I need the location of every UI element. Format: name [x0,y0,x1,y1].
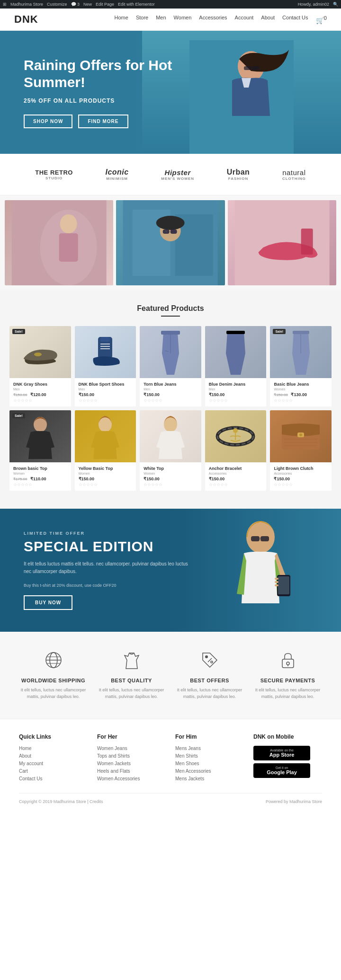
product-card-clutch[interactable]: Light Brown Clutch Accessories ₹150.00 ☆… [270,410,332,491]
product-info-torn-jeans: Torn Blue Jeans Men ₹150.00 ☆☆☆☆☆ [140,378,201,406]
footer-link-cart[interactable]: Cart [19,768,88,774]
tag-svg [200,651,219,670]
nav-men[interactable]: Men [156,15,166,24]
footer-link-account[interactable]: My account [19,761,88,766]
product-stars: ☆☆☆☆☆ [209,482,263,487]
product-name: Blue Denim Jeans [209,382,263,387]
admin-bar-customize[interactable]: Customize [47,2,67,7]
powered-by-text: Powered by Madhurima Store [266,799,322,804]
svg-point-12 [156,216,185,230]
footer-link-women-jeans[interactable]: Women Jeans [97,746,166,751]
lock-icon [278,651,297,673]
product-price: ₹175.00 ₹110.00 [13,477,67,481]
product-info-bracelet: Anchor Bracelet Accessories ₹150.00 ☆☆☆☆… [205,462,267,491]
buy-now-button[interactable]: BUY NOW [24,595,72,610]
yellow-top-svg [86,414,124,459]
cart-icon[interactable]: 🛒0 [316,15,327,24]
site-logo[interactable]: DNK [14,13,38,26]
footer-link-men-shoes[interactable]: Men Shoes [175,761,244,766]
footer-link-contact[interactable]: Contact Us [19,776,88,781]
section-divider [161,316,180,317]
footer-link-men-shirts[interactable]: Men Shirts [175,753,244,759]
product-card-white-top[interactable]: White Top Women ₹150.00 ☆☆☆☆☆ [140,410,201,491]
brown-top-svg [21,414,59,459]
current-price: ₹130.00 [291,392,307,397]
footer-link-mens-jeans[interactable]: Mens Jeans [175,746,244,751]
footer-link-home[interactable]: Home [19,746,88,751]
feature-offers: BEST OFFERS It elit tellus, luctus nec u… [174,651,245,700]
footer-link-about[interactable]: About [19,753,88,759]
feature-payments: SECURE PAYMENTS It elit tellus, luctus n… [252,651,323,700]
promo-card-suit: LET'S LOREMSUIT UP! Lorem ipsum dolor si… [228,200,336,285]
products-row-2: Sale! Brown basic Top Women [9,410,332,491]
nav-home[interactable]: Home [115,15,128,24]
google-play-badge[interactable]: Get it on Google Play [253,763,310,778]
svg-rect-14 [170,230,177,234]
product-stars: ☆☆☆☆☆ [274,482,328,487]
quality-icon [122,651,141,673]
svg-rect-7 [59,233,78,262]
special-person-svg [185,509,317,632]
footer-link-women-jackets[interactable]: Women Jackets [97,761,166,766]
admin-bar-new[interactable]: New [83,2,92,7]
admin-bar-user[interactable]: Howdy, admin02 [298,2,329,7]
product-name: Brown basic Top [13,466,67,471]
product-category: Men [144,388,197,391]
promo-card-tanktops: 20% OFF ONTANK TOPS Lorem ipsum dolor si… [5,200,113,285]
nav-contact[interactable]: Contact Us [282,15,308,24]
app-store-badge[interactable]: Available on the App Store [253,746,310,760]
product-card-blue-denim[interactable]: Blue Denim Jeans Men ₹150.00 ☆☆☆☆☆ [205,326,267,406]
nav-women[interactable]: Women [174,15,192,24]
hero-title: Raining Offers for Hot Summer! [24,57,175,91]
product-price: ₹150.00 ₹130.00 [274,392,328,397]
search-icon[interactable]: 🔍 [333,2,338,7]
nav-accessories[interactable]: Accessories [199,15,227,24]
product-card-yellow-top[interactable]: Yellow Basic Top Women ₹150.00 ☆☆☆☆☆ [75,410,136,491]
svg-point-45 [246,521,275,553]
product-name: Anchor Bracelet [209,466,263,471]
footer-link-tops-shirts[interactable]: Tops and Shirts [97,753,166,759]
footer-link-heels[interactable]: Heels and Flats [97,768,166,774]
svg-rect-3 [252,66,259,70]
special-edition-section: LIMITED TIME OFFER SPECIAL EDITION It el… [0,509,341,632]
feature-title: SECURE PAYMENTS [260,678,315,683]
find-more-button[interactable]: FINd More [78,115,128,128]
product-card-brown-top[interactable]: Sale! Brown basic Top Women [9,410,71,491]
promo-section: 20% OFF ONTANK TOPS Lorem ipsum dolor si… [0,195,341,290]
nav-account[interactable]: Account [235,15,254,24]
product-card-basic-jeans[interactable]: Sale! Basic Blue Jeans Women ₹150.00 ₹13… [270,326,332,406]
current-price: ₹120.00 [30,392,46,397]
product-card-blue-sport-shoes[interactable]: DNK Blue Sport Shoes Men ₹150.00 ☆☆☆☆☆ [75,326,136,406]
promo-bg-1 [5,200,113,285]
product-category: Women [79,472,133,475]
product-stars: ☆☆☆☆☆ [209,398,263,403]
admin-bar-comments[interactable]: 💬 3 [71,2,80,7]
product-category: Women [13,472,67,475]
admin-bar-edit-page[interactable]: Edit Page [96,2,114,7]
nav-about[interactable]: About [261,15,275,24]
svg-point-56 [205,655,208,658]
product-category: Women [144,472,197,475]
product-card-gray-shoes[interactable]: Sale! DNK Gray Shoes Men ₹150.00 ₹120.00… [9,326,71,406]
svg-rect-2 [244,66,251,70]
footer-link-men-acc[interactable]: Men Accessories [175,768,244,774]
white-top-svg [152,414,189,459]
footer-link-mens-jackets[interactable]: Mens Jackets [175,776,244,781]
svg-rect-15 [166,231,167,232]
brand-urban: Urban FASHION [227,168,250,181]
product-name: Yellow Basic Top [79,466,133,471]
features-section: WORLDWIDE SHIPPING It elit tellus, luctu… [0,632,341,719]
hero-person-svg [189,40,294,154]
hero-section: Raining Offers for Hot Summer! 25% OFF O… [0,31,341,154]
footer-link-women-acc[interactable]: Women Accessories [97,776,166,781]
svg-point-60 [287,662,289,665]
product-card-bracelet[interactable]: Anchor Bracelet Accessories ₹150.00 ☆☆☆☆… [205,410,267,491]
admin-bar-site[interactable]: Madhurima Store [10,2,43,7]
product-name: Torn Blue Jeans [144,382,197,387]
product-card-torn-jeans[interactable]: Torn Blue Jeans Men ₹150.00 ☆☆☆☆☆ [140,326,201,406]
nav-store[interactable]: Store [136,15,148,24]
product-image-clutch [270,410,332,462]
product-price: ₹150.00 [79,392,133,397]
admin-bar-elementor[interactable]: Edit with Elementor [118,2,155,7]
shop-now-button[interactable]: SHOP NOW [24,115,72,128]
